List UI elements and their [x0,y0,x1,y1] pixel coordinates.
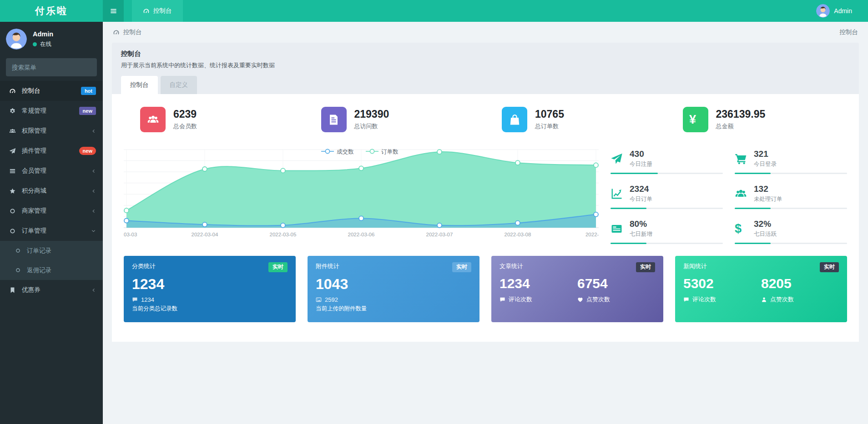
card-category-stats: 分类统计实时12341234当前分类总记录数 [124,256,296,322]
mini-stat-today-orders: 2324今日订单 [611,180,723,209]
sidebar-item-label: 商家管理 [22,207,46,215]
app-logo[interactable]: 付乐啦 [0,0,103,22]
stat-tile-icon [140,107,166,132]
topbar-user-menu[interactable]: Admin [816,4,852,18]
sidebar-user-name: Admin [33,30,53,38]
chart-canvas[interactable]: 成交数订单数03-032022-03-042022-03-052022-03-0… [124,145,599,244]
mini-stat-label: 七日活跃 [754,230,777,238]
breadcrumb-right-label: 控制台 [840,28,858,36]
mini-stat-label: 今日订单 [630,195,652,203]
chevron-left-icon [91,209,96,214]
realtime-badge: 实时 [636,262,655,272]
comment-icon [132,297,138,303]
card-value: 5302 [683,276,761,292]
sidebar-user-panel: Admin 在线 [0,22,103,55]
sidebar-item-merchant[interactable]: 商家管理 [0,201,103,221]
sidebar-item-general[interactable]: 常规管理new [0,101,103,121]
status-label: 在线 [40,40,51,48]
sidebar-item-label: 控制台 [22,87,40,95]
mini-stat-progress [611,173,723,174]
stat-value: 10765 [535,109,564,120]
sidebar-item-order[interactable]: 订单管理 [0,221,103,241]
x-tick-label: 2022-03-06 [348,232,375,237]
users-icon [9,128,16,135]
sidebar-item-label: 订单管理 [22,227,46,235]
gauge-icon [9,88,16,95]
orders-chart[interactable]: 成交数订单数03-032022-03-042022-03-052022-03-0… [124,145,599,244]
sidebar-item-dashboard[interactable]: 控制台hot [0,81,103,101]
comment-icon [683,297,689,303]
card-title: 分类统计 [132,262,156,270]
sidebar-menu: 控制台hot常规管理new权限管理插件管理new会员管理积分商城商家管理订单管理… [0,81,103,300]
sidebar-item-label: 会员管理 [22,167,46,175]
mini-stat-progress [735,243,847,244]
sidebar-toggle-button[interactable] [103,0,124,22]
card-title: 新闻统计 [683,262,707,270]
menu-badge: new [79,107,96,115]
cart-icon [735,153,747,165]
page-title: 控制台 [121,50,850,58]
gauge-icon [143,8,150,15]
circle-o-icon [9,228,16,234]
sidebar-item-label: 优惠券 [22,286,40,294]
plane-icon [9,148,16,155]
search-input[interactable] [12,64,92,71]
chevron-left-icon [91,288,96,293]
stat-total-amount: ¥236139.95总金额 [666,107,848,132]
card-article-stats: 文章统计实时1234评论次数6754点赞次数 [491,256,663,322]
sidebar-item-coupon[interactable]: 优惠券 [0,280,103,300]
card-title: 文章统计 [500,262,523,270]
main-content: 控制台 控制台 控制台 用于展示当前系统中的统计数据、统计报表及重要实时数据 控… [103,22,868,424]
realtime-badge: 实时 [268,262,288,272]
online-status-dot [33,42,37,46]
mini-stat-value: 80% [630,219,652,229]
mini-stat-label: 今日登录 [754,160,777,168]
mini-stat-seven-day-new: 80%七日新增 [611,215,723,244]
mini-stat-value: 430 [630,149,652,159]
bookmark-icon [9,287,16,294]
breadcrumb[interactable]: 控制台 [113,28,142,36]
sidebar-item-member[interactable]: 会员管理 [0,161,103,181]
sidebar-item-order-records[interactable]: 订单记录 [0,241,103,260]
x-tick-label: 2022-03- [585,232,599,237]
avatar [816,4,830,18]
chart-line-icon [611,188,623,200]
bag-icon [509,114,521,126]
chevron-left-icon [91,129,96,134]
mini-stat-seven-day-active: $32%七日活跃 [735,215,847,244]
mini-stat-label: 七日新增 [630,230,652,238]
circle-o-icon [15,267,21,273]
card-value: 6754 [577,276,655,292]
card-sub-value: 1234 [141,296,154,303]
menu-badge: new [79,147,96,155]
avatar[interactable] [6,29,27,50]
card-attachment-stats: 附件统计实时10432592当前上传的附件数量 [308,256,479,322]
realtime-badge: 实时 [452,262,471,272]
sidebar-item-auth[interactable]: 权限管理 [0,121,103,141]
sidebar-item-addon[interactable]: 插件管理new [0,141,103,161]
card-stat-label: 点赞次数 [770,295,794,304]
stat-tile-icon [502,107,527,132]
mini-stat-progress [611,208,723,209]
dashboard-body: 6239总会员数219390总访问数10765总订单数¥236139.95总金额… [112,94,859,342]
chevron-left-icon [91,189,96,194]
card-value: 8205 [761,276,839,292]
tab-custom[interactable]: 自定义 [161,76,197,94]
sidebar-item-label: 权限管理 [22,127,46,135]
topnav-tab-dashboard[interactable]: 控制台 [132,0,183,22]
mini-stat-progress [611,243,723,244]
heart-icon [577,297,583,303]
card-caption: 当前分类总记录数 [132,305,288,313]
tab-dashboard[interactable]: 控制台 [121,76,158,94]
mini-stat-progress [735,173,847,174]
topbar: 付乐啦 控制台 Admin [0,0,868,22]
card-news-stats: 新闻统计实时5302评论次数8205点赞次数 [675,256,847,322]
topnav-tab-label: 控制台 [153,7,172,15]
image-icon [316,297,322,303]
sidebar-item-rebate-records[interactable]: 返佣记录 [0,260,103,280]
dashboard-panel-header: 控制台 用于展示当前系统中的统计数据、统计报表及重要实时数据 控制台 自定义 [112,43,859,94]
stat-label: 总订单数 [535,122,564,130]
sidebar-item-points-mall[interactable]: 积分商城 [0,181,103,201]
mini-stat-today-logins: 321今日登录 [735,145,847,174]
card-value: 1234 [500,276,577,292]
